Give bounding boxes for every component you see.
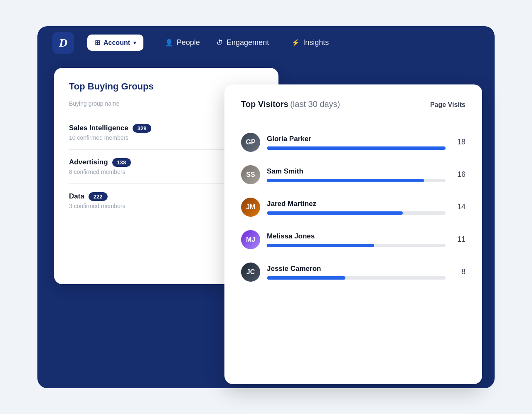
visitor-bar	[267, 244, 374, 247]
visitor-bar-container	[267, 276, 446, 280]
insights-label: Insights	[303, 38, 329, 47]
visitor-name: Jared Martinez	[267, 200, 446, 208]
page-visits-label: Page Visits	[430, 101, 466, 109]
visitor-count: 8	[452, 268, 466, 276]
nav-people[interactable]: 👤 People	[165, 38, 200, 47]
visitor-bar-container	[267, 244, 446, 247]
account-label: Account	[103, 39, 130, 47]
visitor-count: 11	[452, 235, 466, 244]
nav-insights[interactable]: ⚡ Insights ▾	[291, 38, 335, 47]
visitors-list: GP Gloria Parker 18 SS Sam Smith 16 JM J…	[241, 126, 466, 288]
buying-group-name: Data	[69, 192, 84, 201]
visitor-bar-container	[267, 179, 446, 182]
nav-items: 👤 People ⏱ Engagement ▾ ⚡ Insights ▾	[165, 38, 335, 47]
logo: D	[52, 32, 74, 54]
buying-group-badge: 138	[112, 158, 131, 167]
insights-icon: ⚡	[291, 39, 300, 47]
app-window: D ⊞ Account ▾ 👤 People ⏱ Engagement ▾ ⚡ …	[37, 26, 495, 388]
visitor-bar	[267, 146, 446, 150]
visitor-avatar: JM	[241, 198, 260, 217]
visitor-row[interactable]: JC Jessie Cameron 8	[241, 256, 466, 288]
visitor-name: Jessie Cameron	[267, 265, 446, 273]
chevron-down-icon: ▾	[133, 40, 136, 46]
chevron-down-icon-2: ▾	[272, 40, 275, 46]
visitor-info: Sam Smith	[267, 167, 446, 182]
engagement-label: Engagement	[227, 38, 269, 47]
visitor-row[interactable]: MJ Melissa Jones 11	[241, 223, 466, 256]
visitor-row[interactable]: JM Jared Martinez 14	[241, 191, 466, 223]
content-area: Top Buying Groups Buying group name Pers…	[37, 59, 495, 388]
buying-group-name: Advertising	[69, 158, 108, 166]
visitor-name: Melissa Jones	[267, 232, 446, 240]
people-label: People	[177, 38, 200, 47]
top-visitors-title: Top Visitors	[241, 99, 288, 109]
visitor-bar	[267, 211, 403, 215]
visitor-name: Gloria Parker	[267, 135, 446, 143]
col-name-header: Buying group name	[69, 100, 225, 107]
top-visitors-title-group: Top Visitors (last 30 days)	[241, 99, 340, 109]
visitor-count: 14	[452, 203, 466, 211]
visitor-info: Jared Martinez	[267, 200, 446, 215]
visitor-name: Sam Smith	[267, 167, 446, 176]
account-button[interactable]: ⊞ Account ▾	[87, 35, 143, 51]
logo-letter: D	[59, 36, 67, 50]
visitor-count: 16	[452, 170, 466, 179]
visitor-row[interactable]: GP Gloria Parker 18	[241, 126, 466, 159]
buying-group-badge: 329	[133, 124, 152, 133]
visitor-bar-container	[267, 146, 446, 150]
top-visitors-card: Top Visitors (last 30 days) Page Visits …	[224, 84, 482, 384]
top-visitors-header: Top Visitors (last 30 days) Page Visits	[241, 99, 466, 116]
chevron-down-icon-3: ▾	[332, 40, 335, 46]
account-icon: ⊞	[95, 39, 100, 47]
top-visitors-subtitle: (last 30 days)	[290, 99, 340, 109]
visitor-bar-container	[267, 211, 446, 215]
visitor-info: Gloria Parker	[267, 135, 446, 150]
people-icon: 👤	[165, 39, 173, 47]
visitor-avatar: JC	[241, 263, 260, 282]
visitor-info: Jessie Cameron	[267, 265, 446, 280]
buying-group-badge: 222	[89, 192, 108, 201]
visitor-bar	[267, 179, 424, 182]
visitor-avatar: SS	[241, 165, 260, 184]
visitor-avatar: MJ	[241, 230, 260, 249]
visitor-row[interactable]: SS Sam Smith 16	[241, 159, 466, 191]
nav-engagement[interactable]: ⏱ Engagement ▾	[217, 38, 275, 47]
buying-group-name: Sales Intelligence	[69, 124, 128, 132]
visitor-info: Melissa Jones	[267, 232, 446, 247]
engagement-icon: ⏱	[217, 39, 223, 47]
navbar: D ⊞ Account ▾ 👤 People ⏱ Engagement ▾ ⚡ …	[37, 26, 495, 59]
visitor-bar	[267, 276, 345, 280]
visitor-avatar: GP	[241, 133, 260, 152]
visitor-count: 18	[452, 138, 466, 146]
